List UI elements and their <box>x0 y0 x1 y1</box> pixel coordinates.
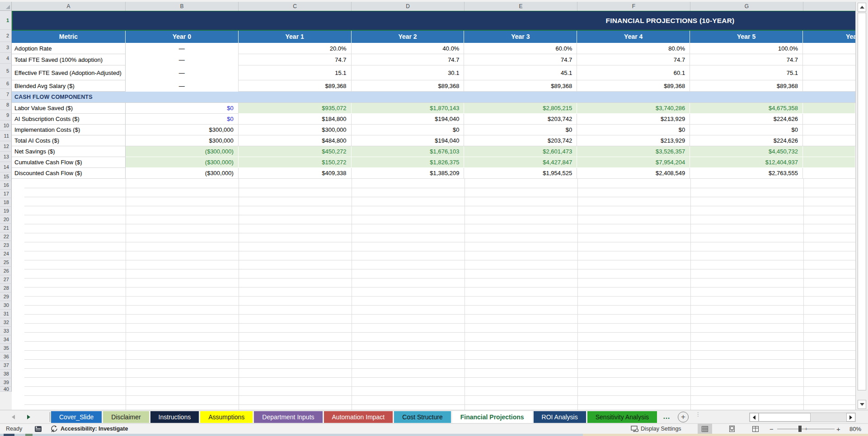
metric-label-cell[interactable]: Cumulative Cash Flow ($) <box>12 157 126 168</box>
cell[interactable]: $203,742 <box>464 135 577 146</box>
row-header-24[interactable]: 24 <box>0 250 12 258</box>
horizontal-scrollbar[interactable] <box>749 413 856 422</box>
tab-automation-impact[interactable]: Automation Impact <box>324 411 393 423</box>
row-header-21[interactable]: 21 <box>0 224 12 232</box>
cell[interactable]: $3,526,357 <box>577 146 690 157</box>
zoom-out-button[interactable]: − <box>769 425 774 433</box>
cell[interactable] <box>803 54 855 65</box>
display-settings-button[interactable]: Display Settings <box>631 424 681 434</box>
cell[interactable] <box>803 114 855 125</box>
year-header-year-5[interactable]: Year 5 <box>690 30 803 43</box>
title-cell[interactable]: FINANCIAL PROJECTIONS (10-YEAR) <box>12 11 855 30</box>
year-header-year-0[interactable]: Year 0 <box>126 30 239 43</box>
metric-label-cell[interactable]: AI Subscription Costs ($) <box>12 114 126 125</box>
cell[interactable] <box>803 157 855 168</box>
cell[interactable]: $224,626 <box>690 114 803 125</box>
row-header-20[interactable]: 20 <box>0 215 12 224</box>
cell[interactable]: $409,338 <box>239 168 352 179</box>
cell[interactable]: $203,742 <box>464 114 577 125</box>
cell[interactable]: 74.7 <box>352 54 464 65</box>
row-header-6[interactable]: 6 <box>0 78 12 89</box>
tab-roi-analysis[interactable]: ROI Analysis <box>534 411 586 423</box>
cell[interactable]: 40.0% <box>352 43 464 54</box>
tab-cover-slide[interactable]: Cover_Slide <box>51 411 102 423</box>
row-header-11[interactable]: 11 <box>0 131 12 141</box>
row-header-34[interactable]: 34 <box>0 335 12 344</box>
metric-label-cell[interactable]: Effective FTE Saved (Adoption-Adjusted) <box>12 65 126 80</box>
row-header-27[interactable]: 27 <box>0 275 12 284</box>
cell[interactable]: $484,800 <box>239 135 352 146</box>
cell[interactable]: $1,826,375 <box>352 157 464 168</box>
macro-record-button[interactable] <box>35 424 42 434</box>
cell[interactable]: $89,368 <box>352 80 464 92</box>
cell[interactable]: $300,000 <box>126 125 239 135</box>
row-header-25[interactable]: 25 <box>0 258 12 267</box>
tab-sensitivity-analysis[interactable]: Sensitivity Analysis <box>587 411 657 423</box>
row-header-39[interactable]: 39 <box>0 378 12 387</box>
zoom-in-button[interactable]: + <box>836 425 840 433</box>
row-header-22[interactable]: 22 <box>0 232 12 241</box>
cell[interactable]: $150,272 <box>239 157 352 168</box>
cell[interactable]: $2,805,215 <box>464 103 577 114</box>
metric-label-cell[interactable]: Total AI Costs ($) <box>12 135 126 146</box>
cell[interactable]: $300,000 <box>126 135 239 146</box>
scroll-right-button[interactable] <box>846 413 855 422</box>
row-header-37[interactable]: 37 <box>0 361 12 370</box>
more-sheets-button[interactable]: … <box>663 411 670 423</box>
row-header-31[interactable]: 31 <box>0 310 12 318</box>
tab-instructions[interactable]: Instructions <box>150 411 199 423</box>
tab-assumptions[interactable]: Assumptions <box>200 411 253 423</box>
cell[interactable]: 45.1 <box>464 65 577 80</box>
cell[interactable]: $89,368 <box>690 80 803 92</box>
vertical-scrollbar[interactable] <box>857 2 867 410</box>
tab-scroll-left-button[interactable] <box>12 415 15 419</box>
cell[interactable]: $2,408,549 <box>577 168 690 179</box>
row-header-33[interactable]: 33 <box>0 327 12 335</box>
tab-department-inputs[interactable]: Department Inputs <box>254 411 322 423</box>
cell[interactable]: 74.7 <box>577 54 690 65</box>
row-header-17[interactable]: 17 <box>0 190 12 198</box>
row-header-14[interactable]: 14 <box>0 162 12 172</box>
cell[interactable]: $0 <box>464 125 577 135</box>
row-header-28[interactable]: 28 <box>0 284 12 292</box>
scroll-left-button[interactable] <box>750 413 759 422</box>
row-header-1[interactable]: 1 <box>0 11 12 30</box>
row-header-8[interactable]: 8 <box>0 100 12 110</box>
cell[interactable]: 100.0% <box>690 43 803 54</box>
cell[interactable]: — <box>126 43 239 54</box>
tab-scroll-right-button[interactable] <box>27 415 30 419</box>
cell[interactable]: — <box>126 65 239 80</box>
cell[interactable]: $213,929 <box>577 114 690 125</box>
row-header-2[interactable]: 2 <box>0 30 12 42</box>
metric-label-cell[interactable]: Discounted Cash Flow ($) <box>12 168 126 179</box>
row-header-9[interactable]: 9 <box>0 110 12 121</box>
cell[interactable]: $1,870,143 <box>352 103 464 114</box>
metric-label-cell[interactable]: Labor Value Saved ($) <box>12 103 126 114</box>
column-header-C[interactable]: C <box>239 2 352 11</box>
cell[interactable]: 60.0% <box>464 43 577 54</box>
row-header-29[interactable]: 29 <box>0 292 12 301</box>
cell[interactable]: $2,763,555 <box>690 168 803 179</box>
cell[interactable]: $0 <box>577 125 690 135</box>
cell[interactable]: $4,450,732 <box>690 146 803 157</box>
cell[interactable]: — <box>126 80 239 92</box>
column-header-D[interactable]: D <box>352 2 464 11</box>
cell[interactable]: 75.1 <box>690 65 803 80</box>
cell[interactable] <box>803 125 855 135</box>
cell[interactable]: $0 <box>690 125 803 135</box>
row-header-7[interactable]: 7 <box>0 89 12 100</box>
row-header-10[interactable]: 10 <box>0 121 12 131</box>
metric-label-cell[interactable]: Total FTE Saved (100% adoption) <box>12 54 126 65</box>
year-header-year-1[interactable]: Year 1 <box>239 30 352 43</box>
tab-financial-projections[interactable]: Financial Projections <box>452 411 532 423</box>
sheet-row-7[interactable]: CASH FLOW COMPONENTS <box>12 92 855 103</box>
normal-view-button[interactable] <box>698 424 712 434</box>
zoom-slider-thumb[interactable] <box>798 426 802 432</box>
cell[interactable] <box>803 168 855 179</box>
cell[interactable]: $194,040 <box>352 135 464 146</box>
cell[interactable]: $2,601,473 <box>464 146 577 157</box>
select-all-button[interactable] <box>0 2 12 11</box>
row-header-5[interactable]: 5 <box>0 64 12 78</box>
metric-label-cell[interactable]: Adoption Rate <box>12 43 126 54</box>
row-header-32[interactable]: 32 <box>0 318 12 327</box>
